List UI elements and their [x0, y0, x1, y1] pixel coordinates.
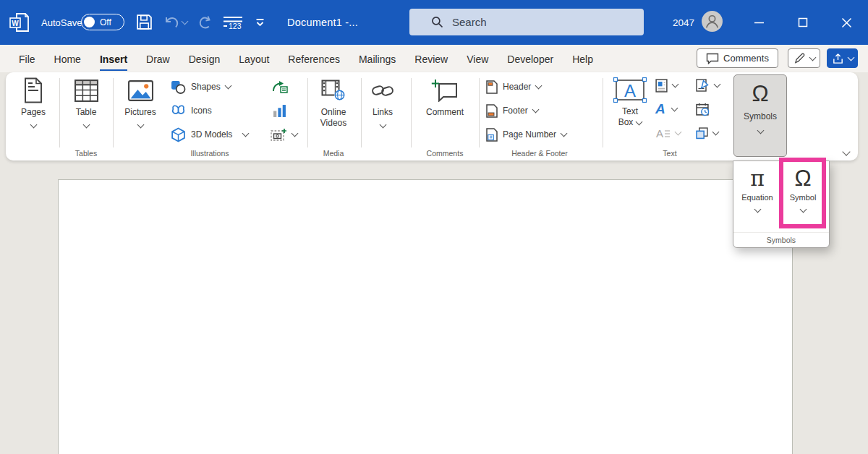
footer-label: Footer: [503, 106, 528, 116]
tab-draw[interactable]: Draw: [137, 45, 179, 72]
symbols-dropdown-button[interactable]: Ω Symbols: [733, 74, 787, 157]
icons-label: Icons: [191, 106, 212, 116]
chart-icon: [273, 104, 286, 118]
text-box-button[interactable]: A Text Box: [605, 74, 655, 128]
header-button[interactable]: Header: [486, 78, 541, 95]
tab-review[interactable]: Review: [405, 45, 457, 72]
page-number-chevron-icon: [561, 130, 568, 137]
illustrations-group-label: Illustrations: [190, 149, 229, 158]
account-label: 2047: [673, 0, 694, 45]
tab-insert[interactable]: Insert: [90, 45, 137, 72]
chart-button[interactable]: [273, 102, 286, 119]
ribbon-tabs-row: File Home Insert Draw Design Layout Refe…: [0, 45, 868, 72]
comments-button-label: Comments: [723, 53, 769, 64]
word-logo-icon[interactable]: W: [9, 12, 30, 33]
icons-button[interactable]: Icons: [171, 102, 212, 119]
omega-icon: Ω: [752, 82, 768, 106]
online-videos-label-1: Online: [320, 107, 346, 118]
drop-cap-button[interactable]: A: [655, 124, 681, 142]
pictures-button[interactable]: Pictures: [115, 75, 166, 127]
tab-design[interactable]: Design: [179, 45, 230, 72]
shapes-button[interactable]: Shapes: [171, 78, 231, 95]
quick-access-toolbar-menu-icon[interactable]: [255, 18, 265, 27]
comments-button[interactable]: Comments: [697, 48, 778, 68]
close-button[interactable]: [830, 0, 863, 45]
pages-button[interactable]: Pages: [8, 75, 59, 127]
pi-icon: π: [750, 166, 765, 192]
screenshot-chevron-icon: [292, 130, 299, 137]
wordart-chevron-icon: [671, 105, 678, 112]
symbols-flyout-group-label: Symbols: [733, 232, 829, 247]
online-videos-button[interactable]: Online Videos: [308, 75, 359, 129]
new-comment-icon: [431, 75, 459, 106]
symbols-button-label: Symbols: [744, 111, 777, 122]
equation-button[interactable]: π Equation: [736, 164, 778, 231]
avatar[interactable]: [702, 11, 723, 32]
minimize-button[interactable]: [742, 0, 775, 45]
screenshot-icon: [271, 128, 287, 141]
group-divider: [603, 78, 603, 147]
group-divider: [479, 78, 480, 147]
equation-label: Equation: [741, 193, 773, 202]
signature-line-button[interactable]: [696, 77, 720, 94]
text-group-label: Text: [663, 149, 676, 158]
wordart-button[interactable]: A: [655, 100, 677, 118]
tab-home[interactable]: Home: [45, 45, 90, 72]
date-time-button[interactable]: [696, 100, 710, 118]
save-icon[interactable]: [136, 14, 153, 30]
search-input[interactable]: Search: [409, 9, 644, 35]
redo-button[interactable]: [197, 14, 213, 30]
autosave-toggle[interactable]: Off: [81, 14, 124, 30]
links-button[interactable]: Links: [357, 75, 408, 127]
tab-help[interactable]: Help: [563, 45, 603, 72]
smartart-icon: [272, 80, 288, 94]
3d-models-label: 3D Models: [191, 129, 232, 140]
table-button[interactable]: Table: [61, 75, 111, 127]
tab-file[interactable]: File: [9, 45, 45, 72]
date-time-icon: [696, 103, 710, 116]
text-box-label-2: Box: [618, 117, 642, 128]
pictures-icon: [128, 75, 153, 106]
dropcap-a-glyph: A: [656, 127, 663, 140]
comment-button[interactable]: Comment: [416, 75, 474, 118]
qat-123-glyph: 123: [229, 22, 242, 30]
table-icon: [75, 75, 98, 106]
quick-parts-button[interactable]: [655, 77, 678, 94]
3d-models-button[interactable]: 3D Models: [171, 126, 248, 143]
undo-button[interactable]: [163, 14, 187, 30]
tab-layout[interactable]: Layout: [229, 45, 278, 72]
comments-group-label: Comments: [427, 149, 464, 158]
page-number-button[interactable]: # Page Number: [486, 126, 566, 143]
object-icon: [696, 127, 708, 140]
quick-parts-chevron-icon: [672, 81, 679, 88]
signature-line-icon: [696, 79, 710, 93]
smartart-button[interactable]: [272, 78, 288, 95]
screenshot-button[interactable]: [271, 126, 297, 143]
footer-button[interactable]: Footer: [486, 102, 538, 119]
highlight-annotation-box: [779, 158, 826, 228]
wordart-icon: A: [655, 102, 665, 116]
header-label: Header: [503, 82, 531, 92]
editing-mode-button[interactable]: [788, 48, 820, 68]
header-footer-group-label: Header & Footer: [511, 149, 568, 158]
tab-view[interactable]: View: [457, 45, 498, 72]
textbox-a-glyph: A: [624, 81, 636, 100]
share-button[interactable]: [827, 48, 858, 68]
3d-models-chevron-icon: [242, 130, 250, 137]
maximize-button[interactable]: [786, 0, 820, 45]
page-number-icon: #: [486, 128, 498, 142]
object-button[interactable]: [696, 124, 718, 142]
tab-developer[interactable]: Developer: [498, 45, 563, 72]
page-number-label: Page Number: [503, 129, 556, 140]
text-box-icon: A: [613, 74, 647, 105]
tab-mailings[interactable]: Mailings: [349, 45, 405, 72]
collapse-ribbon-button[interactable]: [843, 145, 849, 158]
line-numbering-icon[interactable]: 123: [223, 15, 243, 30]
links-icon: [371, 75, 394, 106]
footer-chevron-icon: [532, 106, 539, 113]
pages-icon: [23, 75, 43, 106]
document-page[interactable]: [58, 179, 793, 454]
shapes-icon: [171, 80, 186, 94]
icons-icon: [171, 104, 186, 118]
tab-references[interactable]: References: [278, 45, 349, 72]
